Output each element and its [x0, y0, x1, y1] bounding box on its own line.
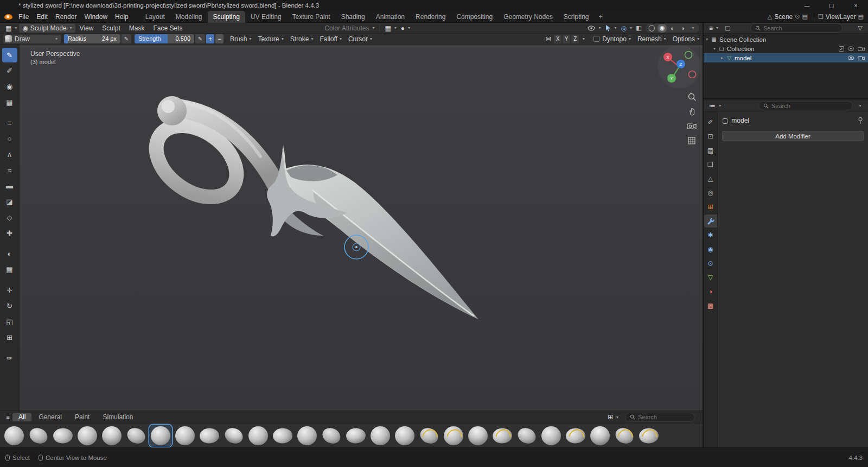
properties-tab-output[interactable]: ▤: [704, 144, 717, 157]
expander-icon[interactable]: ▸: [719, 55, 725, 60]
pin-scene-icon[interactable]: ⊙: [795, 13, 800, 20]
properties-tab-material[interactable]: ◑: [704, 285, 717, 298]
outliner-row-scene-collection[interactable]: ▾ ▦ Scene Collection: [704, 35, 868, 44]
tool-scrape[interactable]: ◪: [2, 194, 17, 209]
shelf-tab-simulation[interactable]: Simulation: [97, 413, 139, 421]
properties-tab-texture[interactable]: ▩: [704, 299, 717, 312]
brush-thumbnail[interactable]: [515, 425, 538, 447]
zoom-button[interactable]: [686, 91, 697, 102]
falloff-panel-dropdown[interactable]: Falloff: [320, 35, 341, 43]
mirror-y-toggle[interactable]: Y: [563, 35, 570, 43]
workspace-tab-geometry-nodes[interactable]: Geometry Nodes: [498, 11, 558, 23]
hide-eye-icon[interactable]: [847, 46, 854, 51]
properties-search-input[interactable]: [771, 103, 824, 109]
tool-clay-strips[interactable]: ▤: [2, 95, 17, 110]
shading-dropdown-arrow[interactable]: ▾: [688, 24, 698, 33]
brush-thumbnail[interactable]: [589, 425, 611, 447]
shelf-menu-icon[interactable]: ≡: [3, 413, 12, 421]
outliner-filter-icon[interactable]: ▽: [856, 24, 865, 33]
menu-view[interactable]: View: [75, 24, 98, 32]
properties-tab-modifiers[interactable]: [704, 214, 717, 228]
properties-tab-scene[interactable]: △: [704, 172, 717, 185]
brush-thumbnail[interactable]: [296, 425, 318, 447]
menu-file[interactable]: File: [15, 11, 33, 23]
workspace-tab-layout[interactable]: Layout: [140, 11, 170, 23]
brush-thumbnail[interactable]: [174, 425, 196, 447]
brush-thumbnail[interactable]: [125, 425, 148, 447]
properties-editor-type-button[interactable]: ≔: [707, 102, 723, 110]
brush-thumbnail[interactable]: [369, 425, 392, 447]
camera-view-button[interactable]: [686, 121, 697, 131]
brush-thumbnail[interactable]: [344, 425, 367, 447]
tool-transform[interactable]: ⊞: [2, 330, 17, 345]
menu-face-sets[interactable]: Face Sets: [149, 24, 187, 32]
menu-window[interactable]: Window: [80, 11, 111, 23]
shelf-search[interactable]: [625, 413, 695, 422]
properties-tab-render[interactable]: ⊡: [704, 130, 717, 143]
viewlayer-selector[interactable]: ❏ ViewLayer ▤: [818, 13, 864, 21]
menu-sculpt[interactable]: Sculpt: [98, 24, 124, 32]
workspace-tab-scripting[interactable]: Scripting: [558, 11, 595, 23]
properties-tab-particles[interactable]: ✱: [704, 229, 717, 242]
properties-tab-view-layer[interactable]: ❏: [704, 158, 717, 171]
add-workspace-button[interactable]: +: [595, 11, 607, 23]
brush-thumbnail[interactable]: [637, 425, 660, 447]
pan-button[interactable]: [686, 106, 697, 117]
menu-edit[interactable]: Edit: [33, 11, 52, 23]
shading-solid-button[interactable]: ◉: [658, 24, 667, 33]
blender-logo-icon[interactable]: [4, 14, 12, 20]
brush-thumbnail[interactable]: [3, 425, 25, 447]
shading-wireframe-button[interactable]: ◯: [647, 24, 656, 33]
close-button[interactable]: ×: [844, 0, 868, 11]
brush-thumbnail[interactable]: [613, 425, 636, 447]
strength-pressure-button[interactable]: ✎: [195, 34, 205, 43]
radius-slider[interactable]: Radius 24 px: [64, 34, 120, 43]
brush-thumbnail[interactable]: [467, 425, 489, 447]
properties-search[interactable]: [758, 101, 853, 110]
overlays-dropdown[interactable]: ◎: [619, 24, 635, 33]
properties-tab-physics[interactable]: ◉: [704, 243, 717, 256]
brush-add-button[interactable]: +: [206, 34, 214, 43]
gizmos-dropdown[interactable]: [603, 24, 618, 32]
properties-tab-object[interactable]: ⊞: [704, 200, 717, 213]
workspace-tab-rendering[interactable]: Rendering: [410, 11, 451, 23]
brush-thumbnail[interactable]: [198, 425, 221, 447]
shelf-tab-all[interactable]: All: [12, 413, 31, 421]
shelf-tab-general[interactable]: General: [33, 413, 68, 421]
expander-icon[interactable]: ▾: [704, 37, 710, 42]
brush-panel-dropdown[interactable]: Brush: [230, 35, 251, 43]
properties-tab-constraints[interactable]: ⊙: [704, 257, 717, 270]
brush-thumbnail[interactable]: [320, 425, 343, 447]
tool-smooth[interactable]: ≈: [2, 163, 17, 178]
brush-thumbnail[interactable]: [564, 425, 587, 447]
brush-thumbnail[interactable]: [222, 425, 245, 447]
tool-flatten[interactable]: ▬: [2, 179, 17, 193]
new-scene-icon[interactable]: ▤: [802, 13, 808, 20]
shelf-tab-paint[interactable]: Paint: [69, 413, 95, 421]
breadcrumb-object-name[interactable]: model: [731, 117, 749, 124]
editor-type-button[interactable]: ▦: [3, 24, 19, 33]
tool-rotate[interactable]: ↻: [2, 299, 17, 313]
menu-mask[interactable]: Mask: [125, 24, 149, 32]
brush-thumbnail[interactable]: [76, 425, 99, 447]
tool-clay[interactable]: ◉: [2, 79, 17, 94]
maximize-button[interactable]: ▢: [819, 0, 844, 11]
tool-crease[interactable]: ∧: [2, 147, 17, 162]
stroke-panel-dropdown[interactable]: Stroke: [290, 35, 314, 43]
outliner-search-input[interactable]: [763, 25, 815, 31]
display-sphere-dropdown[interactable]: ●: [399, 24, 412, 33]
shelf-display-dropdown[interactable]: ⊞: [605, 413, 621, 421]
hide-eye-icon[interactable]: [847, 55, 854, 60]
color-attributes-dropdown[interactable]: Color Attributes: [322, 24, 376, 33]
shading-rendered-button[interactable]: ◑: [678, 24, 687, 33]
symmetry-dropdown-arrow[interactable]: ▾: [579, 35, 588, 43]
workspace-tab-modeling[interactable]: Modeling: [170, 11, 208, 23]
workspace-tab-texture-paint[interactable]: Texture Paint: [287, 11, 336, 23]
brush-thumbnail[interactable]: [540, 425, 563, 447]
disable-render-camera-icon[interactable]: [858, 55, 865, 61]
options-dropdown[interactable]: Options: [673, 35, 699, 43]
minimize-button[interactable]: —: [795, 0, 819, 11]
expander-icon[interactable]: ▾: [711, 46, 718, 51]
tool-scale[interactable]: ◱: [2, 314, 17, 329]
brush-thumbnail[interactable]: [27, 425, 50, 447]
